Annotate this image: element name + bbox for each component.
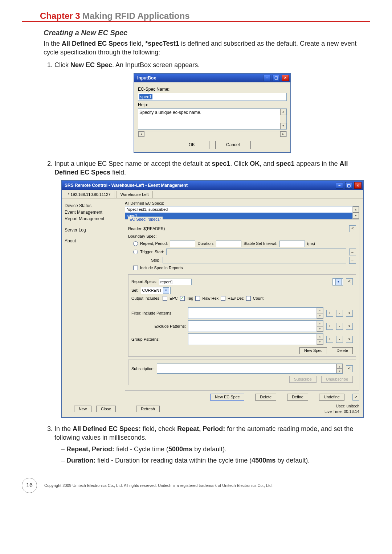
section-title: Creating a New EC Spec xyxy=(44,29,370,37)
scroll-up-icon[interactable]: ▴ xyxy=(280,109,286,115)
clear-button[interactable]: x xyxy=(346,336,353,343)
trigger-stop-browse[interactable]: … xyxy=(349,257,356,264)
subscription-label: Subscription: xyxy=(131,366,155,372)
nav-server-log[interactable]: Server Log xyxy=(65,227,119,233)
delete-spec-button[interactable]: Delete xyxy=(332,347,353,354)
group-patterns-label: Group Patterns: xyxy=(131,337,186,342)
new-ec-spec-button[interactable]: New EC Spec xyxy=(210,394,244,401)
srs-titlebar[interactable]: SRS Remote Control - Warehouse-Left - Ev… xyxy=(62,181,363,190)
report-specs-input[interactable]: report1 xyxy=(159,279,192,285)
user-status: User: unitech xyxy=(324,403,359,409)
chapter-label: Chapter 3 xyxy=(40,11,80,21)
subscription-fieldset: Subscription: ▴▾ < Subscribe Unsubscribe xyxy=(128,360,356,385)
define-button[interactable]: Define xyxy=(287,394,308,401)
reader-browse-button[interactable]: < xyxy=(349,225,356,232)
reader-label: Reader: $(READER) xyxy=(128,226,346,231)
scrollbar-horizontal[interactable]: ◂ ▸ xyxy=(138,131,287,137)
nav-event-management[interactable]: Event Management xyxy=(65,209,119,215)
scroll-left-icon[interactable]: ◂ xyxy=(138,131,144,137)
scroll-down-icon[interactable]: ▾ xyxy=(280,123,286,129)
ecspec-fieldset: EC Spec: "spec1" Reader: $(READER) < Bou… xyxy=(125,219,359,391)
help-textarea: Specify a unique ec-spec name. ▴ ▾ xyxy=(138,108,287,130)
subscription-browse-button[interactable]: < xyxy=(346,365,353,372)
exclude-patterns-label: Exclude Patterns: xyxy=(131,324,186,329)
count-checkbox[interactable] xyxy=(246,296,251,301)
help-label: Help: xyxy=(138,102,287,108)
clear-button[interactable]: x xyxy=(346,323,353,330)
scroll-down-icon[interactable]: ▾ xyxy=(353,213,359,219)
set-label: Set: xyxy=(131,288,139,293)
tabs-row: * 192.168.110.80:11127 Warehouse-Left xyxy=(62,190,363,198)
remove-button[interactable]: - xyxy=(336,310,343,317)
group-patterns-input[interactable]: ▴▾ xyxy=(188,333,323,345)
scroll-right-icon[interactable]: ▸ xyxy=(280,131,286,137)
report-specs-fieldset: Report Specs: report1 ▾ < Set: xyxy=(128,274,356,357)
repeat-label: Repeat, Period: xyxy=(140,241,168,246)
nav-device-status[interactable]: Device Status xyxy=(65,203,119,209)
tab-warehouse[interactable]: Warehouse-Left xyxy=(117,191,153,198)
page-number: 16 xyxy=(22,478,37,493)
step-1: Click New EC Spec. An InputBox screen ap… xyxy=(54,61,370,153)
remove-button[interactable]: - xyxy=(336,323,343,330)
more-button[interactable]: > xyxy=(352,394,359,401)
ecspec-name-input[interactable]: spec1 xyxy=(138,93,287,101)
close-icon[interactable]: × xyxy=(354,182,362,189)
report-specs-dropdown[interactable]: ▾ xyxy=(332,278,343,286)
clear-button[interactable]: x xyxy=(346,310,353,317)
tab-address[interactable]: * 192.168.110.80:11127 xyxy=(64,191,114,198)
set-dropdown[interactable]: CURRENT▾ xyxy=(141,287,171,294)
subscription-input[interactable]: ▴▾ xyxy=(157,364,343,374)
tag-checkbox[interactable] xyxy=(180,296,185,301)
ecspec-name-label: EC-Spec Name:: xyxy=(138,86,287,92)
scrollbar-vertical[interactable]: ▴ ▾ xyxy=(352,206,359,219)
report-specs-browse[interactable]: < xyxy=(346,278,353,285)
rawdec-checkbox[interactable] xyxy=(221,296,225,301)
list-item[interactable]: *specTest1, subscribed xyxy=(125,206,359,213)
live-time-status: Live Time: 00:16:14 xyxy=(324,409,359,414)
remove-button[interactable]: - xyxy=(336,336,343,343)
nav-report-management[interactable]: Report Management xyxy=(65,216,119,222)
stop-label: Stop: xyxy=(133,258,160,263)
delete-button[interactable]: Delete xyxy=(255,394,276,401)
cancel-button[interactable]: Cancel xyxy=(215,141,251,149)
epc-checkbox[interactable] xyxy=(163,296,167,301)
add-button[interactable]: + xyxy=(326,310,333,317)
rawhex-checkbox[interactable] xyxy=(195,296,200,301)
refresh-button[interactable]: Refresh xyxy=(136,406,160,413)
add-button[interactable]: + xyxy=(326,336,333,343)
close-icon[interactable]: × xyxy=(282,75,289,81)
minimize-icon[interactable]: – xyxy=(263,75,270,81)
stable-input[interactable] xyxy=(279,241,305,247)
chapter-title: Making RFID Applications xyxy=(80,11,190,21)
include-patterns-input[interactable]: ▴▾ xyxy=(188,307,323,319)
duration-input[interactable] xyxy=(216,241,241,247)
nav-about[interactable]: About xyxy=(65,238,119,244)
include-spec-checkbox[interactable] xyxy=(133,266,138,270)
new-button[interactable]: New xyxy=(74,406,91,413)
close-button[interactable]: Close xyxy=(96,406,116,413)
period-input[interactable] xyxy=(170,241,195,247)
stable-label: Stable Set Interval: xyxy=(244,241,277,246)
new-spec-button[interactable]: New Spec xyxy=(299,347,327,354)
repeat-radio[interactable] xyxy=(133,241,138,246)
scroll-up-icon[interactable]: ▴ xyxy=(353,206,359,213)
undefine-button[interactable]: Undefine xyxy=(319,394,344,401)
ecspec-legend: EC Spec: "spec1" xyxy=(128,217,163,222)
trigger-start-browse[interactable]: … xyxy=(349,249,356,255)
maximize-icon[interactable]: ▢ xyxy=(345,182,352,189)
unsubscribe-button[interactable]: Unsubscribe xyxy=(321,376,353,383)
ms-label: (ms) xyxy=(307,241,315,246)
scrollbar-vertical[interactable]: ▴ ▾ xyxy=(280,109,286,129)
exclude-patterns-input[interactable]: ▴▾ xyxy=(188,320,323,332)
ok-button[interactable]: OK xyxy=(174,141,209,149)
chevron-down-icon: ▾ xyxy=(163,287,169,294)
inputbox-titlebar[interactable]: InputBox – ▢ × xyxy=(134,74,290,82)
add-button[interactable]: + xyxy=(326,323,333,330)
trigger-label: Trigger, Start: xyxy=(140,249,164,255)
trigger-radio[interactable] xyxy=(133,250,138,254)
inputbox-window: InputBox – ▢ × EC-Spec Name:: spec1 Help… xyxy=(134,73,291,153)
subscribe-button[interactable]: Subscribe xyxy=(289,376,317,383)
maximize-icon[interactable]: ▢ xyxy=(273,75,280,81)
minimize-icon[interactable]: – xyxy=(336,182,343,189)
srs-title: SRS Remote Control - Warehouse-Left - Ev… xyxy=(65,182,188,188)
